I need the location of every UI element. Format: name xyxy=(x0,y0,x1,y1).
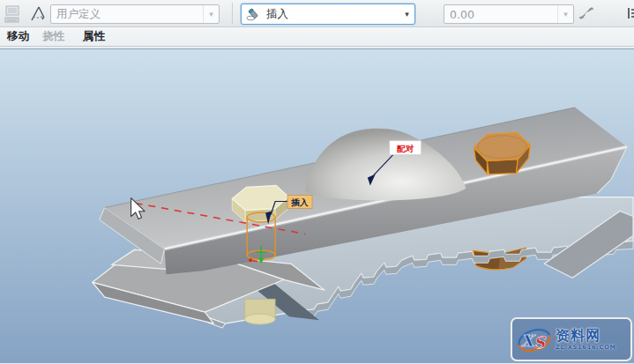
toolbar-separator xyxy=(232,3,233,25)
watermark-name: 资料网 xyxy=(556,329,616,343)
chevron-down-icon: ▾ xyxy=(557,5,573,23)
model-viewport[interactable]: 插入 配对 X S 资料网 ZL.XS1616.COM xyxy=(0,48,634,363)
tab-move[interactable]: 移动 xyxy=(7,29,29,44)
drag-component-button[interactable] xyxy=(26,4,48,25)
offset-value: 0.00 xyxy=(444,8,557,21)
watermark: X S 资料网 ZL.XS1616.COM xyxy=(511,317,632,361)
bolt-shank-bottom[interactable] xyxy=(244,299,275,324)
svg-text:S: S xyxy=(533,333,547,352)
preset-combobox[interactable]: 用户定义 ▾ xyxy=(50,4,220,24)
watermark-logo: X S xyxy=(515,323,554,356)
assembly-scene: 插入 配对 xyxy=(0,49,634,363)
constraint-type-combobox[interactable]: 插入 ▾ xyxy=(241,4,415,25)
angle-drag-icon xyxy=(27,4,47,24)
preset-value: 用户定义 xyxy=(51,7,203,22)
watermark-url: ZL.XS1616.COM xyxy=(556,345,616,351)
chevron-down-icon[interactable]: ▾ xyxy=(399,4,414,24)
component-window-button[interactable] xyxy=(3,4,24,25)
tab-flexibility[interactable]: 挠性 xyxy=(42,29,64,44)
insert-tag-label: 插入 xyxy=(291,197,309,207)
clipped-toolbar-icon xyxy=(626,4,634,22)
flip-constraint-button[interactable] xyxy=(576,4,597,23)
assembly-toolbar: 用户定义 ▾ 插入 ▾ 0.00 ▾ xyxy=(0,0,634,27)
insert-constraint-icon xyxy=(245,6,261,22)
offset-value-combobox[interactable]: 0.00 ▾ xyxy=(444,4,574,24)
component-window-icon xyxy=(4,4,23,24)
tab-properties[interactable]: 属性 xyxy=(83,29,105,44)
chevron-down-icon[interactable]: ▾ xyxy=(203,5,219,23)
constraint-type-value: 插入 xyxy=(261,7,399,22)
mate-tag-label: 配对 xyxy=(396,144,414,153)
panel-tabs: 移动 挠性 属性 xyxy=(0,27,634,47)
flip-arrows-icon xyxy=(578,5,595,21)
